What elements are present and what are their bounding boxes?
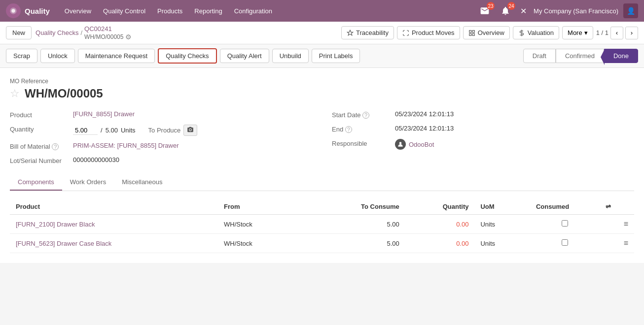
lot-value: 0000000000030 xyxy=(73,156,119,163)
mo-ref-label: MO Reference xyxy=(10,78,634,85)
row2-details-icon[interactable]: ≡ xyxy=(624,239,628,247)
product-moves-button[interactable]: Product Moves xyxy=(397,26,460,39)
start-date-value: 05/23/2024 12:01:13 xyxy=(395,110,454,118)
svg-point-7 xyxy=(399,142,402,144)
company-name: My Company (San Francisco) xyxy=(534,7,618,15)
quantity-input[interactable] xyxy=(73,126,98,135)
form-left: Product [FURN_8855] Drawer Quantity / 5.… xyxy=(10,110,312,164)
camera-button[interactable] xyxy=(183,125,197,136)
quality-alert-button[interactable]: Quality Alert xyxy=(220,49,269,63)
overview-button[interactable]: Overview xyxy=(463,26,510,39)
row1-actions: ≡ xyxy=(600,215,634,234)
lot-field: Lot/Serial Number 0000000000030 xyxy=(10,156,312,164)
th-uom: UoM xyxy=(474,199,530,215)
responsible-link[interactable]: OdooBot xyxy=(409,141,434,148)
print-labels-button[interactable]: Print Labels xyxy=(312,49,360,63)
quality-checks-button[interactable]: Quality Checks xyxy=(158,48,216,64)
th-product: Product xyxy=(10,199,218,215)
favorite-star-icon[interactable]: ☆ xyxy=(10,87,20,100)
to-produce-label: To Produce xyxy=(148,127,181,134)
app-logo[interactable] xyxy=(6,3,21,18)
bom-help-icon[interactable]: ? xyxy=(52,143,59,150)
svg-rect-4 xyxy=(469,33,471,35)
end-date-field: End ? 05/23/2024 12:01:13 xyxy=(332,125,634,133)
table-row: [FURN_2100] Drawer Black WH/Stock 5.00 0… xyxy=(10,215,634,234)
th-actions: ⇌ xyxy=(600,199,634,215)
toolbar-actions: Traceability Product Moves Overview Valu… xyxy=(341,26,638,39)
responsible-label: Responsible xyxy=(332,139,391,147)
status-draft[interactable]: Draft xyxy=(523,49,556,63)
nav-products[interactable]: Products xyxy=(152,4,187,18)
nav-reporting[interactable]: Reporting xyxy=(189,4,227,18)
row1-details-icon[interactable]: ≡ xyxy=(624,220,628,228)
row2-quantity: 0.00 xyxy=(405,234,475,253)
end-date-help-icon[interactable]: ? xyxy=(345,126,352,133)
row2-consumed-checkbox[interactable] xyxy=(562,239,568,246)
unbuild-button[interactable]: Unbuild xyxy=(272,49,309,63)
tab-work-orders[interactable]: Work Orders xyxy=(62,174,114,191)
traceability-button[interactable]: Traceability xyxy=(341,26,394,39)
breadcrumb-separator: / xyxy=(80,29,82,36)
row1-product-link[interactable]: [FURN_2100] Drawer Black xyxy=(16,221,95,228)
product-value: [FURN_8855] Drawer xyxy=(73,110,135,118)
quantity-separator: / xyxy=(101,127,103,134)
product-label: Product xyxy=(10,110,69,119)
tab-components[interactable]: Components xyxy=(10,174,62,191)
breadcrumb-current[interactable]: QC00241 xyxy=(84,25,132,32)
row2-from: WH/Stock xyxy=(218,234,322,253)
quantity-field: Quantity / 5.00 Units To Produce xyxy=(10,125,312,136)
status-confirmed[interactable]: Confirmed xyxy=(556,49,604,63)
row2-actions: ≡ xyxy=(600,234,634,253)
breadcrumb: Quality Checks / QC00241 WH/MO/00005 ⚙ xyxy=(36,25,132,41)
responsible-avatar xyxy=(395,139,406,150)
table-row: [FURN_5623] Drawer Case Black WH/Stock 5… xyxy=(10,234,634,253)
settings-icon[interactable]: ⚙ xyxy=(125,33,132,41)
chevron-down-icon: ▾ xyxy=(584,29,588,36)
sub-toolbar: New Quality Checks / QC00241 WH/MO/00005… xyxy=(0,22,644,44)
bom-field: Bill of Material ? PRIM-ASSEM: [FURN_885… xyxy=(10,142,312,150)
nav-quality-control[interactable]: Quality Control xyxy=(98,4,150,18)
form-right: Start Date ? 05/23/2024 12:01:13 End ? 0… xyxy=(332,110,634,164)
end-date-value: 05/23/2024 12:01:13 xyxy=(395,125,454,132)
unlock-button[interactable]: Unlock xyxy=(40,49,75,63)
form-fields: Product [FURN_8855] Drawer Quantity / 5.… xyxy=(10,110,634,164)
product-field: Product [FURN_8855] Drawer xyxy=(10,110,312,119)
prev-page-button[interactable]: ‹ xyxy=(610,27,623,39)
breadcrumb-parent[interactable]: Quality Checks xyxy=(36,29,78,36)
responsible-field: Responsible OdooBot xyxy=(332,139,634,150)
row2-consumed xyxy=(530,234,600,253)
next-page-button[interactable]: › xyxy=(625,27,638,39)
tab-miscellaneous[interactable]: Miscellaneous xyxy=(114,174,170,191)
nav-overview[interactable]: Overview xyxy=(60,4,96,18)
pagination: 1 / 1 ‹ › xyxy=(596,27,638,39)
notifications-button[interactable]: 23 xyxy=(477,3,493,19)
valuation-button[interactable]: Valuation xyxy=(513,26,559,39)
svg-rect-5 xyxy=(472,33,474,35)
start-date-help-icon[interactable]: ? xyxy=(362,112,369,119)
product-link[interactable]: [FURN_8855] Drawer xyxy=(73,110,135,118)
more-button[interactable]: More ▾ xyxy=(562,26,593,39)
top-navigation: Quality Overview Quality Control Product… xyxy=(0,0,644,22)
status-bar: Draft Confirmed Done xyxy=(523,49,638,63)
scrap-button[interactable]: Scrap xyxy=(6,49,37,63)
row2-product: [FURN_5623] Drawer Case Black xyxy=(10,234,218,253)
company-selector[interactable]: My Company (San Francisco) xyxy=(534,7,618,15)
alerts-button[interactable]: 24 xyxy=(498,3,513,19)
notifications-badge: 23 xyxy=(487,2,495,10)
status-done[interactable]: Done xyxy=(604,49,638,63)
mo-title-row: ☆ WH/MO/00005 xyxy=(10,87,634,100)
adjust-columns-icon[interactable]: ⇌ xyxy=(606,203,611,210)
row2-product-link[interactable]: [FURN_5623] Drawer Case Black xyxy=(16,240,111,247)
maintenance-request-button[interactable]: Maintenance Request xyxy=(78,49,155,63)
close-button[interactable]: ✕ xyxy=(518,4,529,18)
row2-to-consume: 5.00 xyxy=(322,234,405,253)
th-to-consume: To Consume xyxy=(322,199,405,215)
row1-quantity: 0.00 xyxy=(405,215,475,234)
row1-consumed-checkbox[interactable] xyxy=(562,220,568,227)
bom-link[interactable]: PRIM-ASSEM: [FURN_8855] Drawer xyxy=(73,142,179,149)
user-avatar[interactable]: 👤 xyxy=(623,3,638,18)
nav-configuration[interactable]: Configuration xyxy=(229,4,277,18)
new-button[interactable]: New xyxy=(6,26,32,39)
quantity-total: 5.00 xyxy=(106,127,118,134)
svg-point-1 xyxy=(11,9,15,13)
